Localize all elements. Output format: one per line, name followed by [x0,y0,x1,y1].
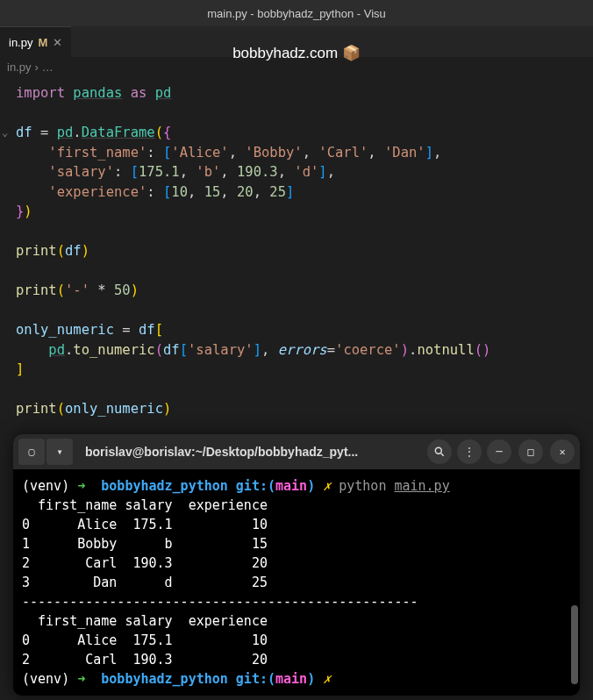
new-tab-button[interactable]: ▢ [18,439,45,465]
search-icon[interactable] [427,439,452,464]
var-df: df [16,125,32,140]
output-row: 2 Carl 190.3 20 [22,555,268,571]
dropdown-button[interactable]: ▾ [46,439,73,465]
output-header: first_name salary experience [22,613,268,629]
output-row: 2 Carl 190.3 20 [22,652,268,668]
svg-point-0 [435,447,441,454]
mod-pandas: pandas [73,85,122,101]
close-window-icon[interactable]: ✕ [550,439,575,464]
maximize-icon[interactable]: □ [518,439,543,464]
terminal-body[interactable]: (venv) ➜ bobbyhadz_python git:(main) ✗ p… [13,469,580,696]
site-banner: bobbyhadz.com 📦 [0,44,593,62]
output-row: 1 Bobby b 15 [22,536,268,552]
fn-to-numeric: to_numeric [73,342,154,358]
fn-print: print [16,243,57,259]
window-title: main.py - bobbyhadz_python - Visu [207,7,386,20]
fold-chevron-icon[interactable]: ⌄ [2,123,8,143]
svg-line-1 [441,454,444,456]
output-row: 0 Alice 175.1 10 [22,632,268,648]
scrollbar-thumb[interactable] [571,605,578,684]
kw-import: import [16,85,65,101]
code-editor[interactable]: import pandas as pd ⌄df = pd.DataFrame({… [0,76,593,426]
minimize-icon[interactable]: ─ [487,439,511,464]
terminal-title: borislav@borislav:~/Desktop/bobbyhadz_py… [78,445,422,459]
output-row: 3 Dan d 25 [22,575,268,590]
terminal-scrollbar[interactable] [569,482,578,687]
output-header: first_name salary experience [22,497,268,513]
cls-dataframe: DataFrame [82,125,155,140]
terminal-left-buttons: ▢ ▾ [18,439,73,465]
alias-pd: pd [155,85,172,101]
menu-icon[interactable]: ⋮ [457,439,482,464]
output-divider: ----------------------------------------… [22,594,418,610]
window-controls: ─ □ ✕ [487,439,575,464]
var-only-numeric: only_numeric [16,322,114,338]
kw-as: as [131,85,147,101]
output-row: 0 Alice 175.1 10 [22,517,268,532]
window-title-bar: main.py - bobbyhadz_python - Visu [0,0,593,26]
terminal-window: ▢ ▾ borislav@borislav:~/Desktop/bobbyhad… [13,434,580,696]
terminal-title-bar: ▢ ▾ borislav@borislav:~/Desktop/bobbyhad… [13,434,580,469]
